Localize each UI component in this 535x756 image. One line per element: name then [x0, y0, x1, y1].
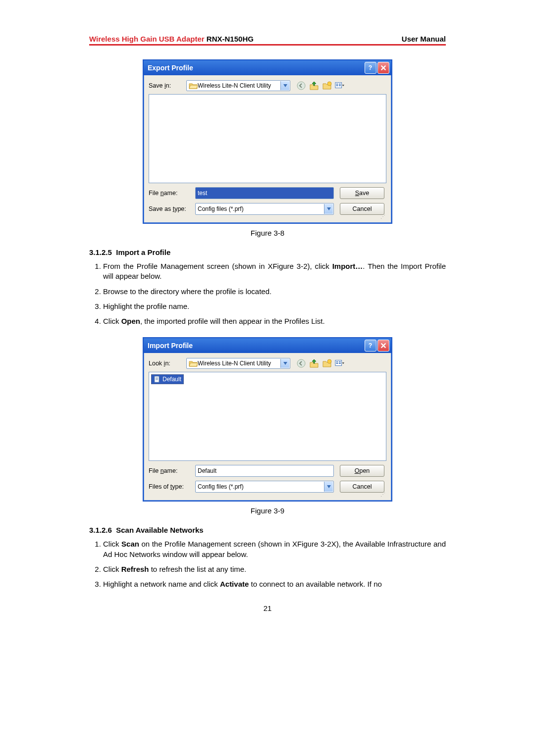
svg-rect-14	[339, 361, 341, 362]
list-item: Highlight the profile name.	[103, 302, 446, 311]
export-profile-dialog: Export Profile ? Save in: Wireless Lite-…	[143, 59, 392, 224]
file-list-area[interactable]: Default	[149, 372, 386, 461]
svg-rect-12	[336, 361, 338, 362]
save-as-type-label: Save as type:	[149, 205, 189, 212]
dialog-title: Import Profile	[148, 342, 193, 350]
steps-list-1: From the Profile Management screen (show…	[89, 261, 446, 326]
save-as-type-combo[interactable]: Config files (*.prf)	[195, 203, 334, 215]
svg-rect-16	[155, 376, 159, 382]
section-heading: 3.1.2.6 Scan Available Networks	[89, 526, 446, 534]
back-icon[interactable]	[296, 81, 306, 91]
look-in-label: Look in:	[149, 360, 182, 367]
list-item: Click Scan on the Profile Management scr…	[103, 539, 446, 559]
resize-grip-icon[interactable]: ⋰	[149, 215, 386, 219]
filename-input[interactable]: test	[195, 187, 334, 199]
svg-point-1	[297, 82, 305, 90]
svg-point-10	[327, 359, 331, 363]
open-button[interactable]: Open	[340, 465, 384, 477]
figure-caption: Figure 3-8	[89, 229, 446, 237]
help-button[interactable]: ?	[365, 340, 376, 352]
svg-point-2	[327, 82, 331, 86]
folder-open-icon	[189, 82, 198, 89]
figure-caption: Figure 3-9	[89, 506, 446, 515]
svg-rect-5	[336, 85, 338, 86]
section-heading: 3.1.2.5 Import a Profile	[89, 248, 446, 256]
up-one-level-icon[interactable]	[309, 358, 319, 368]
nav-toolbar	[296, 81, 345, 91]
look-in-combo[interactable]: Wireless Lite-N Client Utility	[186, 358, 290, 369]
product-model: RNX-N150HG	[205, 35, 254, 43]
svg-rect-3	[335, 83, 342, 88]
view-menu-icon[interactable]	[335, 81, 345, 91]
folder-open-icon	[189, 360, 198, 367]
cancel-button[interactable]: Cancel	[340, 481, 384, 493]
header-left: Wireless High Gain USB Adapter RNX-N150H…	[89, 35, 254, 43]
save-in-combo[interactable]: Wireless Lite-N Client Utility	[186, 80, 290, 91]
header-right: User Manual	[402, 35, 446, 43]
manual-page: Wireless High Gain USB Adapter RNX-N150H…	[69, 0, 466, 642]
svg-rect-4	[336, 84, 338, 85]
look-in-value: Wireless Lite-N Client Utility	[198, 360, 271, 367]
file-item-default[interactable]: Default	[151, 374, 184, 384]
help-button[interactable]: ?	[365, 62, 376, 74]
new-folder-icon[interactable]	[322, 81, 332, 91]
close-button[interactable]	[377, 340, 389, 352]
up-one-level-icon[interactable]	[309, 81, 319, 91]
list-item: Browse to the directory where the profil…	[103, 287, 446, 297]
svg-rect-13	[336, 363, 338, 364]
chevron-down-icon[interactable]	[324, 482, 333, 492]
chevron-down-icon[interactable]	[280, 359, 289, 368]
cancel-button[interactable]: Cancel	[340, 203, 384, 215]
close-button[interactable]	[377, 62, 389, 74]
file-list-area[interactable]	[149, 94, 386, 183]
files-of-type-combo[interactable]: Config files (*.prf)	[195, 481, 334, 493]
dialog-title: Export Profile	[148, 64, 193, 72]
new-folder-icon[interactable]	[322, 358, 332, 368]
list-item: Click Open, the imported profile will th…	[103, 316, 446, 326]
list-item: Highlight a network name and click Activ…	[103, 579, 446, 589]
chevron-down-icon[interactable]	[324, 204, 333, 214]
list-item: From the Profile Management screen (show…	[103, 261, 446, 282]
save-in-label: Save in:	[149, 82, 182, 89]
save-button[interactable]: Save	[340, 187, 384, 199]
svg-text:?: ?	[369, 343, 372, 350]
file-icon	[154, 376, 160, 383]
filename-label: File name:	[149, 467, 189, 474]
svg-rect-6	[339, 84, 341, 85]
list-item: Click Refresh to refresh the list at any…	[103, 564, 446, 574]
filename-label: File name:	[149, 190, 189, 197]
view-menu-icon[interactable]	[335, 358, 345, 368]
back-icon[interactable]	[296, 358, 306, 368]
import-profile-dialog: Import Profile ? Look in: Wireless Lite-…	[143, 337, 392, 502]
page-number: 21	[89, 604, 446, 612]
resize-grip-icon[interactable]: ⋰	[149, 493, 386, 497]
save-in-value: Wireless Lite-N Client Utility	[198, 82, 271, 89]
nav-toolbar	[296, 358, 345, 368]
svg-rect-15	[339, 363, 341, 364]
filename-input[interactable]: Default	[195, 465, 334, 477]
chevron-down-icon[interactable]	[280, 81, 289, 90]
titlebar: Export Profile ?	[144, 60, 391, 75]
steps-list-2: Click Scan on the Profile Management scr…	[89, 539, 446, 589]
page-header: Wireless High Gain USB Adapter RNX-N150H…	[89, 35, 446, 46]
files-of-type-label: Files of type:	[149, 483, 189, 490]
svg-point-9	[297, 359, 305, 367]
titlebar: Import Profile ?	[144, 338, 391, 353]
svg-text:?: ?	[369, 64, 372, 71]
product-name-red: Wireless High Gain USB Adapter	[89, 35, 205, 43]
svg-rect-7	[339, 85, 341, 86]
